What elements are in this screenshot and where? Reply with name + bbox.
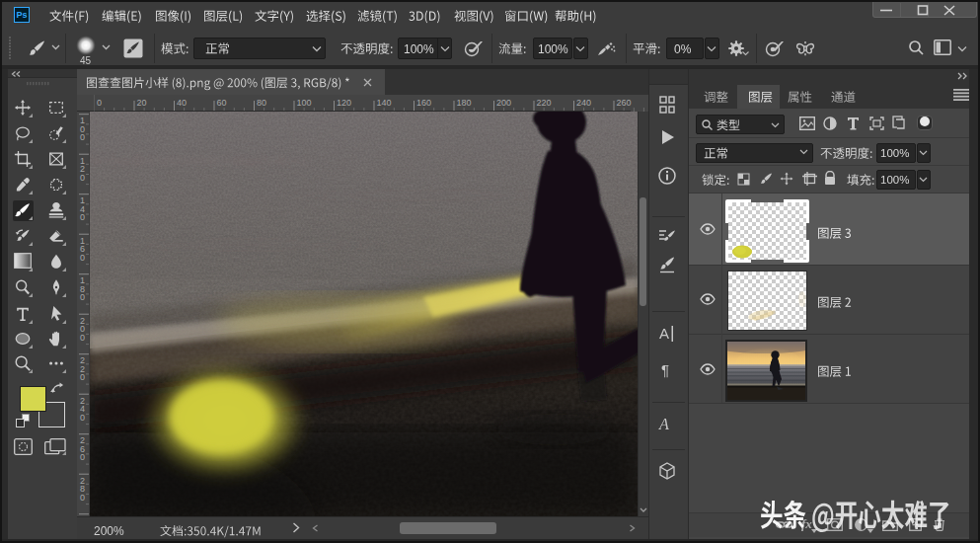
svg-text:120: 120 — [337, 98, 351, 108]
svg-text:A: A — [658, 416, 669, 432]
svg-text:0: 0 — [80, 132, 85, 142]
svg-text:20: 20 — [137, 98, 147, 108]
svg-text:40: 40 — [177, 98, 187, 108]
svg-text:0: 0 — [80, 212, 85, 222]
svg-text:0: 0 — [80, 333, 85, 343]
svg-text:3: 3 — [80, 515, 85, 516]
svg-text:260: 260 — [617, 98, 632, 108]
svg-text:180: 180 — [457, 98, 472, 108]
svg-text:0: 0 — [80, 253, 85, 263]
svg-text:0: 0 — [80, 372, 85, 382]
svg-text:A: A — [659, 325, 669, 342]
svg-text:0: 0 — [80, 413, 85, 423]
svg-text:0: 0 — [80, 493, 85, 503]
svg-text:140: 140 — [377, 98, 392, 108]
svg-text:0: 0 — [80, 173, 85, 183]
svg-text:0: 0 — [80, 292, 85, 302]
svg-text:100: 100 — [297, 98, 312, 108]
svg-text:160: 160 — [416, 98, 431, 108]
svg-text:240: 240 — [576, 98, 591, 108]
svg-text:60: 60 — [217, 98, 227, 108]
svg-text:¶: ¶ — [661, 361, 669, 378]
svg-text:200: 200 — [496, 98, 511, 108]
svg-text:80: 80 — [257, 98, 266, 108]
svg-text:220: 220 — [537, 98, 552, 108]
svg-text:0: 0 — [80, 452, 85, 462]
svg-text:0: 0 — [97, 98, 102, 108]
